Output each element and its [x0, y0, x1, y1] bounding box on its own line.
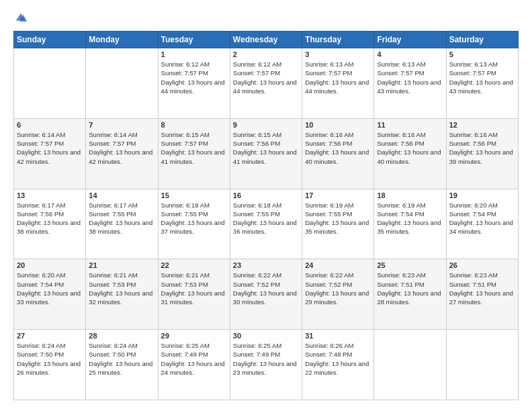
day-number: 12: [449, 121, 515, 129]
calendar-cell: 15Sunrise: 6:18 AM Sunset: 7:55 PM Dayli…: [158, 189, 230, 259]
day-info: Sunrise: 6:22 AM Sunset: 7:52 PM Dayligh…: [233, 271, 299, 306]
calendar-cell: 10Sunrise: 6:16 AM Sunset: 7:56 PM Dayli…: [302, 118, 374, 189]
calendar-header-row: SundayMondayTuesdayWednesdayThursdayFrid…: [14, 32, 519, 48]
day-number: 24: [305, 261, 371, 269]
calendar-cell: 24Sunrise: 6:22 AM Sunset: 7:52 PM Dayli…: [302, 259, 374, 330]
day-info: Sunrise: 6:16 AM Sunset: 7:56 PM Dayligh…: [449, 130, 515, 166]
day-info: Sunrise: 6:20 AM Sunset: 7:54 PM Dayligh…: [17, 271, 83, 306]
day-number: 20: [17, 261, 83, 269]
day-info: Sunrise: 6:21 AM Sunset: 7:53 PM Dayligh…: [89, 271, 154, 306]
day-info: Sunrise: 6:17 AM Sunset: 7:56 PM Dayligh…: [17, 201, 83, 236]
day-number: 16: [233, 191, 299, 199]
day-info: Sunrise: 6:24 AM Sunset: 7:50 PM Dayligh…: [17, 341, 83, 377]
day-number: 30: [233, 332, 299, 340]
day-info: Sunrise: 6:13 AM Sunset: 7:57 PM Dayligh…: [449, 60, 515, 95]
day-number: 8: [161, 121, 227, 129]
day-number: 9: [233, 121, 299, 129]
calendar-cell: 1Sunrise: 6:12 AM Sunset: 7:57 PM Daylig…: [158, 48, 230, 119]
weekday-header: Tuesday: [158, 32, 230, 48]
day-info: Sunrise: 6:14 AM Sunset: 7:57 PM Dayligh…: [17, 130, 83, 166]
day-number: 25: [377, 261, 443, 269]
calendar-table: SundayMondayTuesdayWednesdayThursdayFrid…: [13, 31, 519, 400]
day-number: 19: [449, 191, 515, 199]
day-number: 14: [89, 191, 154, 199]
day-number: 1: [161, 50, 227, 58]
day-number: 27: [17, 332, 83, 340]
day-info: Sunrise: 6:23 AM Sunset: 7:51 PM Dayligh…: [449, 271, 515, 306]
day-number: 23: [233, 261, 299, 269]
calendar-week-row: 13Sunrise: 6:17 AM Sunset: 7:56 PM Dayli…: [14, 189, 519, 259]
day-info: Sunrise: 6:19 AM Sunset: 7:55 PM Dayligh…: [305, 201, 371, 236]
calendar-cell: 8Sunrise: 6:15 AM Sunset: 7:57 PM Daylig…: [158, 118, 230, 189]
day-number: 31: [305, 332, 371, 340]
day-info: Sunrise: 6:12 AM Sunset: 7:57 PM Dayligh…: [161, 60, 227, 95]
weekday-header: Sunday: [14, 32, 86, 48]
calendar-cell: 7Sunrise: 6:14 AM Sunset: 7:57 PM Daylig…: [86, 118, 158, 189]
calendar-cell: 20Sunrise: 6:20 AM Sunset: 7:54 PM Dayli…: [14, 259, 86, 330]
calendar-cell: [446, 330, 518, 400]
day-info: Sunrise: 6:15 AM Sunset: 7:57 PM Dayligh…: [161, 130, 227, 166]
day-number: 7: [89, 121, 154, 129]
day-info: Sunrise: 6:16 AM Sunset: 7:56 PM Dayligh…: [305, 130, 371, 166]
day-info: Sunrise: 6:15 AM Sunset: 7:56 PM Dayligh…: [233, 130, 299, 166]
weekday-header: Wednesday: [230, 32, 302, 48]
calendar-cell: 17Sunrise: 6:19 AM Sunset: 7:55 PM Dayli…: [302, 189, 374, 259]
day-number: 13: [17, 191, 83, 199]
day-info: Sunrise: 6:14 AM Sunset: 7:57 PM Dayligh…: [89, 130, 154, 166]
calendar-cell: 18Sunrise: 6:19 AM Sunset: 7:54 PM Dayli…: [374, 189, 446, 259]
day-number: 29: [161, 332, 227, 340]
calendar-week-row: 20Sunrise: 6:20 AM Sunset: 7:54 PM Dayli…: [14, 259, 519, 330]
calendar-cell: 14Sunrise: 6:17 AM Sunset: 7:55 PM Dayli…: [86, 189, 158, 259]
day-number: 15: [161, 191, 227, 199]
day-info: Sunrise: 6:13 AM Sunset: 7:57 PM Dayligh…: [305, 60, 371, 95]
calendar-cell: 4Sunrise: 6:13 AM Sunset: 7:57 PM Daylig…: [374, 48, 446, 119]
calendar-cell: 12Sunrise: 6:16 AM Sunset: 7:56 PM Dayli…: [446, 118, 518, 189]
calendar-cell: 2Sunrise: 6:12 AM Sunset: 7:57 PM Daylig…: [230, 48, 302, 119]
logo: [13, 11, 31, 26]
calendar-cell: 11Sunrise: 6:16 AM Sunset: 7:56 PM Dayli…: [374, 118, 446, 189]
day-number: 6: [17, 121, 83, 129]
day-info: Sunrise: 6:19 AM Sunset: 7:54 PM Dayligh…: [377, 201, 443, 236]
day-number: 3: [305, 50, 371, 58]
day-number: 21: [89, 261, 154, 269]
calendar-cell: [374, 330, 446, 400]
day-info: Sunrise: 6:20 AM Sunset: 7:54 PM Dayligh…: [449, 201, 515, 236]
day-number: 17: [305, 191, 371, 199]
weekday-header: Monday: [86, 32, 158, 48]
day-number: 5: [449, 50, 515, 58]
day-number: 10: [305, 121, 371, 129]
calendar-cell: 22Sunrise: 6:21 AM Sunset: 7:53 PM Dayli…: [158, 259, 230, 330]
calendar-week-row: 6Sunrise: 6:14 AM Sunset: 7:57 PM Daylig…: [14, 118, 519, 189]
day-number: 28: [89, 332, 154, 340]
weekday-header: Thursday: [302, 32, 374, 48]
calendar-cell: 6Sunrise: 6:14 AM Sunset: 7:57 PM Daylig…: [14, 118, 86, 189]
calendar-cell: 29Sunrise: 6:25 AM Sunset: 7:49 PM Dayli…: [158, 330, 230, 400]
calendar-week-row: 27Sunrise: 6:24 AM Sunset: 7:50 PM Dayli…: [14, 330, 519, 400]
calendar-cell: 30Sunrise: 6:25 AM Sunset: 7:49 PM Dayli…: [230, 330, 302, 400]
day-info: Sunrise: 6:26 AM Sunset: 7:48 PM Dayligh…: [305, 341, 371, 377]
calendar-cell: 31Sunrise: 6:26 AM Sunset: 7:48 PM Dayli…: [302, 330, 374, 400]
day-info: Sunrise: 6:21 AM Sunset: 7:53 PM Dayligh…: [161, 271, 227, 306]
day-info: Sunrise: 6:24 AM Sunset: 7:50 PM Dayligh…: [89, 341, 154, 377]
calendar-cell: 21Sunrise: 6:21 AM Sunset: 7:53 PM Dayli…: [86, 259, 158, 330]
day-number: 18: [377, 191, 443, 199]
calendar-cell: 23Sunrise: 6:22 AM Sunset: 7:52 PM Dayli…: [230, 259, 302, 330]
calendar-cell: 27Sunrise: 6:24 AM Sunset: 7:50 PM Dayli…: [14, 330, 86, 400]
calendar-cell: [86, 48, 158, 119]
calendar-cell: 9Sunrise: 6:15 AM Sunset: 7:56 PM Daylig…: [230, 118, 302, 189]
day-info: Sunrise: 6:17 AM Sunset: 7:55 PM Dayligh…: [89, 201, 154, 236]
calendar-cell: 13Sunrise: 6:17 AM Sunset: 7:56 PM Dayli…: [14, 189, 86, 259]
logo-icon: [13, 11, 28, 26]
weekday-header: Friday: [374, 32, 446, 48]
day-info: Sunrise: 6:22 AM Sunset: 7:52 PM Dayligh…: [305, 271, 371, 306]
day-info: Sunrise: 6:13 AM Sunset: 7:57 PM Dayligh…: [377, 60, 443, 95]
calendar-cell: 16Sunrise: 6:18 AM Sunset: 7:55 PM Dayli…: [230, 189, 302, 259]
day-info: Sunrise: 6:18 AM Sunset: 7:55 PM Dayligh…: [161, 201, 227, 236]
calendar-week-row: 1Sunrise: 6:12 AM Sunset: 7:57 PM Daylig…: [14, 48, 519, 119]
day-number: 22: [161, 261, 227, 269]
day-info: Sunrise: 6:16 AM Sunset: 7:56 PM Dayligh…: [377, 130, 443, 166]
day-info: Sunrise: 6:23 AM Sunset: 7:51 PM Dayligh…: [377, 271, 443, 306]
calendar-cell: 26Sunrise: 6:23 AM Sunset: 7:51 PM Dayli…: [446, 259, 518, 330]
day-number: 11: [377, 121, 443, 129]
calendar-cell: 25Sunrise: 6:23 AM Sunset: 7:51 PM Dayli…: [374, 259, 446, 330]
